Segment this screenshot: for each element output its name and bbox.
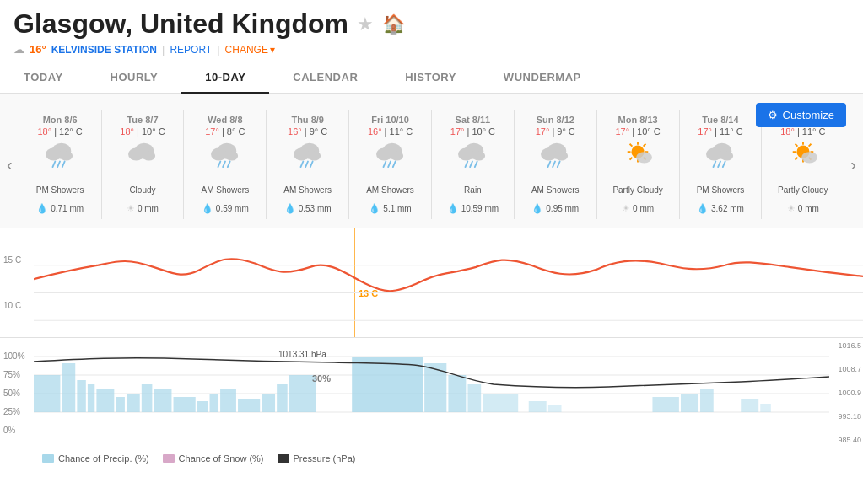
customize-button[interactable]: ⚙ Customize <box>756 103 846 127</box>
svg-line-12 <box>218 162 220 168</box>
weather-icon <box>435 140 510 174</box>
precip-value: 0.59 mm <box>216 204 249 213</box>
tab-wundermap[interactable]: WUNDERMAP <box>480 62 605 94</box>
legend-pressure-color <box>278 454 289 463</box>
day-description: AM Showers <box>270 178 345 201</box>
raindrop-icon: 💧 <box>36 203 48 214</box>
low-temp: 10° C <box>472 126 495 137</box>
star-icon[interactable]: ★ <box>357 13 374 35</box>
day-precip: 💧 0.53 mm <box>270 203 345 214</box>
chevron-down-icon: ▾ <box>270 44 275 56</box>
svg-line-24 <box>383 162 386 168</box>
weather-icon <box>765 140 840 174</box>
tab-calendar[interactable]: CALENDAR <box>269 62 381 94</box>
weather-day-4[interactable]: Fri 10/10 16° | 11° C AM Showers 💧 5.1 m… <box>349 110 432 219</box>
home-icon[interactable]: 🏠 <box>382 13 405 35</box>
low-temp: 9° C <box>310 126 328 137</box>
low-temp: 8° C <box>227 126 245 137</box>
pressure-label-5: 985.40 <box>838 436 861 444</box>
precip-value: 5.1 mm <box>383 204 411 213</box>
weather-day-1[interactable]: Tue 8/7 18° | 10° C Cloudy ☀ 0 mm <box>102 110 185 219</box>
svg-line-19 <box>305 162 308 168</box>
tab-hourly[interactable]: HOURLY <box>87 62 182 94</box>
next-arrow[interactable]: › <box>844 155 863 174</box>
svg-line-46 <box>644 144 646 147</box>
tab-history[interactable]: HISTORY <box>381 62 480 94</box>
day-precip: 💧 3.62 mm <box>683 203 758 214</box>
day-temps: 18° | 11° C <box>765 126 840 137</box>
raindrop-icon: 💧 <box>369 203 380 214</box>
tab-10day[interactable]: 10-DAY <box>181 62 269 94</box>
svg-line-32 <box>475 162 477 168</box>
svg-point-11 <box>225 151 238 160</box>
svg-point-28 <box>458 147 474 160</box>
svg-rect-82 <box>197 401 208 412</box>
weather-icon <box>683 140 758 174</box>
low-temp: 9° C <box>557 126 575 137</box>
weather-icon <box>187 140 262 174</box>
weather-icon <box>353 140 428 174</box>
legend-snow-color <box>163 454 175 463</box>
weather-day-5[interactable]: Sat 8/11 17° | 10° C Rain 💧 10.59 mm <box>432 110 515 219</box>
svg-line-44 <box>630 144 633 147</box>
cloud-small-icon: ☁ <box>13 43 24 56</box>
svg-rect-84 <box>220 389 236 412</box>
station-link[interactable]: KELVINSIDE STATION <box>51 44 157 56</box>
precip-label-50: 50% <box>3 389 25 398</box>
precip-label-75: 75% <box>3 370 25 379</box>
svg-line-3 <box>53 162 56 168</box>
weather-day-2[interactable]: Wed 8/8 17° | 8° C AM Showers 💧 0.59 mm <box>184 110 267 219</box>
weather-day-0[interactable]: Mon 8/6 18° | 12° C PM Showers 💧 0.71 mm <box>19 110 102 219</box>
low-temp: 11° C <box>390 126 413 137</box>
svg-point-1 <box>46 147 62 160</box>
change-link[interactable]: CHANGE ▾ <box>225 44 275 56</box>
day-date: Wed 8/8 <box>187 115 262 125</box>
weather-grid: Mon 8/6 18° | 12° C PM Showers 💧 0.71 mm… <box>19 110 844 219</box>
svg-line-14 <box>228 162 230 168</box>
svg-rect-93 <box>483 394 518 412</box>
svg-rect-95 <box>548 405 562 412</box>
legend-precip-label: Chance of Precip. (%) <box>58 453 149 464</box>
day-date: Sat 8/11 <box>435 115 510 125</box>
raindrop-icon: 💧 <box>697 203 709 214</box>
day-date: Mon 8/6 <box>23 115 98 125</box>
precip-label-100: 100% <box>3 351 25 361</box>
weather-day-6[interactable]: Sun 8/12 17° | 9° C AM Showers 💧 0.95 mm <box>515 110 597 219</box>
raindrop-icon: 💧 <box>531 203 543 214</box>
day-description: PM Showers <box>683 178 758 201</box>
precip-value: 0 mm <box>633 204 654 213</box>
precip-chart-labels: 100% 75% 50% 25% 0% <box>0 338 29 448</box>
temp-chart-labels: 15 C 10 C <box>0 228 24 337</box>
svg-rect-75 <box>88 384 94 412</box>
day-precip: 💧 0.71 mm <box>23 203 98 214</box>
low-temp: 10° C <box>142 126 165 137</box>
svg-line-54 <box>723 162 725 168</box>
svg-rect-78 <box>127 394 140 412</box>
weather-icon <box>105 140 181 174</box>
svg-rect-87 <box>277 384 288 412</box>
day-description: AM Showers <box>518 178 593 201</box>
precip-value: 0.71 mm <box>51 204 84 213</box>
svg-rect-83 <box>210 394 218 412</box>
weather-day-3[interactable]: Thu 8/9 16° | 9° C AM Showers 💧 0.53 mm <box>267 110 349 219</box>
tab-today[interactable]: TODAY <box>0 62 87 94</box>
day-temps: 17° | 11° C <box>683 126 758 137</box>
weather-day-7[interactable]: Mon 8/13 17° | 10° C Partly Cloudy ☀ 0 m… <box>597 110 680 219</box>
raindrop-icon: 💧 <box>202 203 213 214</box>
day-date: Tue 8/14 <box>683 115 758 125</box>
legend-snow-label: Chance of Snow (%) <box>179 453 264 464</box>
svg-point-8 <box>143 151 155 160</box>
report-link[interactable]: REPORT <box>170 44 212 56</box>
svg-line-20 <box>310 162 313 168</box>
precip-label-25: 25% <box>3 407 25 416</box>
high-temp: 17° <box>205 126 219 137</box>
day-precip: ☀ 0 mm <box>105 203 181 214</box>
prev-arrow[interactable]: ‹ <box>0 155 19 174</box>
weather-day-8[interactable]: Tue 8/14 17° | 11° C PM Showers 💧 3.62 m… <box>680 110 763 219</box>
svg-point-34 <box>541 147 557 160</box>
precip-annotation: 30% <box>312 373 331 383</box>
legend-precip: Chance of Precip. (%) <box>42 453 149 464</box>
day-temps: 16° | 11° C <box>353 126 428 137</box>
svg-rect-98 <box>700 389 714 412</box>
svg-point-2 <box>60 151 73 160</box>
